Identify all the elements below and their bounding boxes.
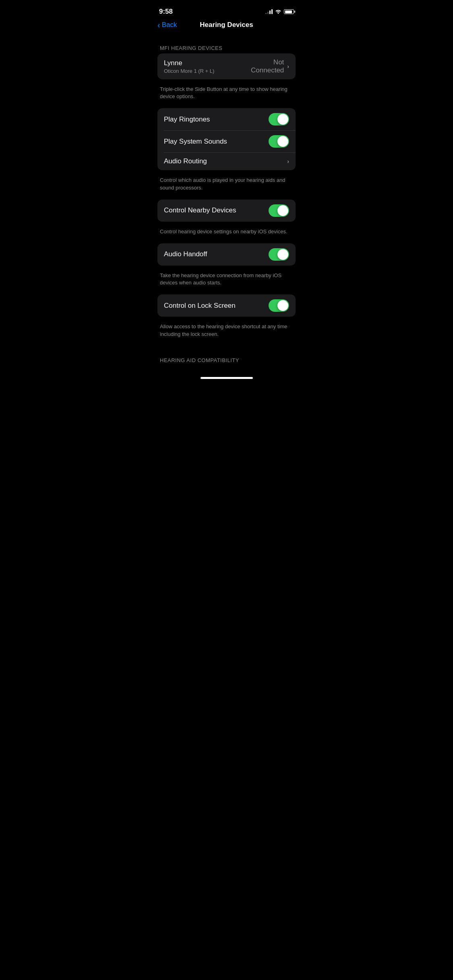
control-nearby-label-area: Control Nearby Devices (164, 206, 269, 214)
status-time: 9:58 (159, 8, 173, 16)
back-label: Back (162, 21, 177, 29)
home-indicator (151, 374, 302, 382)
control-nearby-row[interactable]: Control Nearby Devices (157, 200, 296, 222)
toggle-knob (277, 114, 288, 125)
page-title: Hearing Devices (200, 21, 253, 29)
audio-handoff-label-area: Audio Handoff (164, 250, 269, 258)
wifi-icon (275, 9, 281, 15)
back-button[interactable]: ‹ Back (157, 21, 177, 30)
device-description: Triple-click the Side Button at any time… (157, 82, 296, 108)
chevron-right-icon: › (287, 63, 289, 70)
play-system-sounds-row[interactable]: Play System Sounds (157, 130, 296, 152)
play-ringtones-toggle[interactable] (269, 113, 289, 126)
status-icons (265, 9, 294, 15)
signal-bars-icon (265, 9, 273, 14)
lockscreen-description: Allow access to the hearing device short… (157, 320, 296, 346)
back-chevron-icon: ‹ (157, 21, 160, 30)
control-lock-screen-label-area: Control on Lock Screen (164, 302, 269, 310)
battery-icon (284, 9, 294, 14)
nearby-card: Control Nearby Devices (157, 200, 296, 222)
play-system-sounds-label: Play System Sounds (164, 138, 269, 146)
lockscreen-card: Control on Lock Screen (157, 294, 296, 317)
device-card: Lynne Oticon More 1 (R + L) NotConnected… (157, 54, 296, 79)
device-info: Lynne Oticon More 1 (R + L) (164, 59, 251, 74)
handoff-description: Take the hearing device connection from … (157, 269, 296, 294)
control-lock-screen-label: Control on Lock Screen (164, 302, 269, 310)
device-model: Oticon More 1 (R + L) (164, 68, 251, 74)
control-lock-screen-row[interactable]: Control on Lock Screen (157, 294, 296, 317)
audio-handoff-toggle[interactable] (269, 248, 289, 261)
device-row[interactable]: Lynne Oticon More 1 (R + L) NotConnected… (157, 54, 296, 79)
play-system-sounds-toggle[interactable] (269, 135, 289, 148)
toggle-knob (277, 249, 288, 260)
home-bar (201, 377, 253, 379)
audio-handoff-label: Audio Handoff (164, 250, 269, 258)
status-bar: 9:58 (151, 0, 302, 18)
control-nearby-toggle[interactable] (269, 204, 289, 217)
device-name: Lynne (164, 59, 251, 67)
play-system-sounds-label-area: Play System Sounds (164, 138, 269, 146)
audio-routing-label-area: Audio Routing (164, 157, 287, 165)
nav-bar: ‹ Back Hearing Devices (151, 18, 302, 34)
device-connection-status: NotConnected (251, 58, 284, 74)
audio-handoff-row[interactable]: Audio Handoff (157, 243, 296, 266)
main-content: MFI HEARING DEVICES Lynne Oticon More 1 … (151, 42, 302, 366)
audio-description: Control which audio is played in your he… (157, 173, 296, 199)
chevron-right-icon: › (287, 158, 289, 165)
section-label-compat: HEARING AID COMPATIBILITY (157, 354, 296, 366)
handoff-card: Audio Handoff (157, 243, 296, 266)
audio-routing-label: Audio Routing (164, 157, 287, 165)
play-ringtones-label-area: Play Ringtones (164, 115, 269, 124)
device-status-area: NotConnected › (251, 58, 289, 74)
audio-card: Play Ringtones Play System Sounds Audio … (157, 108, 296, 170)
nearby-description: Control hearing device settings on nearb… (157, 225, 296, 243)
play-ringtones-row[interactable]: Play Ringtones (157, 108, 296, 130)
audio-routing-right: › (287, 158, 289, 165)
audio-handoff-right (269, 248, 289, 261)
toggle-knob (277, 205, 288, 216)
play-ringtones-label: Play Ringtones (164, 115, 269, 124)
control-nearby-label: Control Nearby Devices (164, 206, 269, 214)
section-label-mfi: MFI HEARING DEVICES (157, 42, 296, 54)
play-system-sounds-right (269, 135, 289, 148)
control-nearby-right (269, 204, 289, 217)
toggle-knob (277, 136, 288, 147)
toggle-knob (277, 300, 288, 311)
control-lock-screen-right (269, 299, 289, 312)
control-lock-screen-toggle[interactable] (269, 299, 289, 312)
audio-routing-row[interactable]: Audio Routing › (157, 152, 296, 170)
play-ringtones-right (269, 113, 289, 126)
